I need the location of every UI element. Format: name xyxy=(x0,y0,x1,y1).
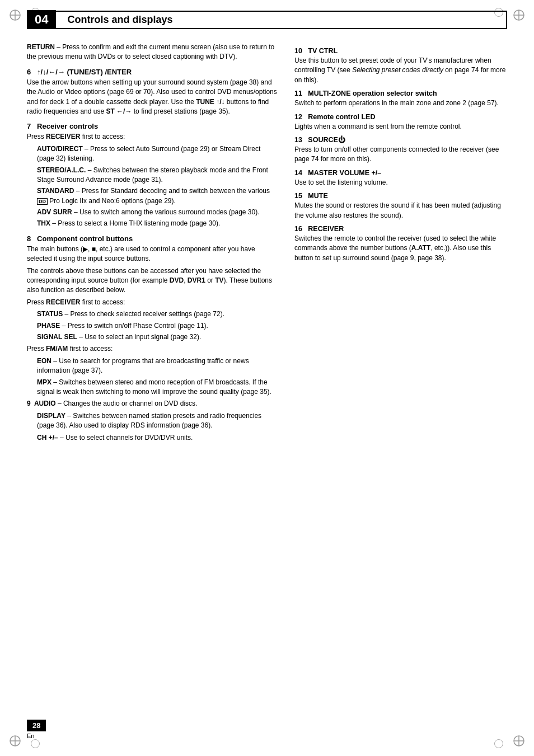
section7-item-advsurr: ADV SURR – Use to switch among the vario… xyxy=(37,208,278,217)
section8-item-status: STATUS – Press to check selected receive… xyxy=(37,309,278,319)
header: 04 Controls and displays xyxy=(0,0,534,29)
reg-dot-br xyxy=(494,739,503,748)
page-container: 04 Controls and displays RETURN – Press … xyxy=(0,0,534,756)
corner-mark-bl xyxy=(7,732,24,749)
section12-heading: 12 Remote control LED xyxy=(294,113,507,121)
right-column: 10 TV CTRL Use this button to set preset… xyxy=(294,43,507,445)
content-area: RETURN – Press to confirm and exit the c… xyxy=(0,36,534,456)
section7-item-stereo: STEREO/A.L.C. – Switches between the ste… xyxy=(37,166,278,185)
chapter-title: Controls and displays xyxy=(56,11,507,29)
return-text: – Press to confirm and exit the current … xyxy=(27,43,274,60)
page-footer: 28 En xyxy=(27,720,46,739)
section14-heading: 14 MASTER VOLUME +/– xyxy=(294,169,507,177)
section6-number: 6 xyxy=(27,68,35,76)
section12-text: Lights when a command is sent from the r… xyxy=(294,122,507,132)
section11-heading: 11 MULTI-ZONE operation selector switch xyxy=(294,90,507,97)
section7-heading: 7 Receiver controls xyxy=(27,122,278,130)
section15-heading: 15 MUTE xyxy=(294,192,507,200)
section8-receiver-items: STATUS – Press to check selected receive… xyxy=(37,309,278,342)
section16-heading: 16 RECEIVER xyxy=(294,225,507,233)
section7-items: AUTO/DIRECT – Press to select Auto Surro… xyxy=(37,144,278,229)
section16-text: Switches the remote to control the recei… xyxy=(294,234,507,263)
page-lang: En xyxy=(27,732,34,739)
section6-symbols: ↑/↓/←/→ (TUNE/ST) /ENTER xyxy=(37,68,132,76)
return-section: RETURN – Press to confirm and exit the c… xyxy=(27,43,278,62)
section6-body: Use the arrow buttons when setting up yo… xyxy=(27,78,278,117)
chapter-number: 04 xyxy=(27,10,56,29)
section8-item-eon: EON – Use to search for programs that ar… xyxy=(37,356,278,376)
left-column: RETURN – Press to confirm and exit the c… xyxy=(27,43,278,445)
section8-heading: 8 Component control buttons xyxy=(27,234,278,243)
section8-item-signalsel: SIGNAL SEL – Use to select an input sign… xyxy=(37,332,278,342)
reg-dot-bl xyxy=(31,739,40,748)
section8-press-receiver: Press RECEIVER first to access: xyxy=(27,298,278,307)
corner-mark-br xyxy=(510,732,527,749)
section15-text: Mutes the sound or restores the sound if… xyxy=(294,201,507,220)
return-label: RETURN xyxy=(27,43,55,51)
section6-heading: 6 ↑/↓/←/→ (TUNE/ST) /ENTER xyxy=(27,68,278,76)
chapter-bar: 04 Controls and displays xyxy=(27,10,507,29)
section13-heading: 13 SOURCE⏻ xyxy=(294,136,507,144)
section8-item-phase: PHASE – Press to switch on/off Phase Con… xyxy=(37,321,278,331)
section7-item-auto: AUTO/DIRECT – Press to select Auto Surro… xyxy=(37,144,278,164)
section13-text: Press to turn on/off other components co… xyxy=(294,145,507,165)
section11-text: Switch to perform operations in the main… xyxy=(294,98,507,108)
section7-item-standard: STANDARD – Press for Standard decoding a… xyxy=(37,186,278,206)
section8-press-fmam: Press FM/AM first to access: xyxy=(27,344,278,354)
section9-ch: CH +/– – Use to select channels for DVD/… xyxy=(37,433,278,443)
section8-para2: The controls above these buttons can be … xyxy=(27,266,278,295)
section9-audio: 9 AUDIO – Changes the audio or channel o… xyxy=(27,399,278,408)
section8-fmam-items: EON – Use to search for programs that ar… xyxy=(37,356,278,397)
section10-heading: 10 TV CTRL xyxy=(294,47,507,55)
page-number: 28 xyxy=(27,720,46,731)
section14-text: Use to set the listening volume. xyxy=(294,178,507,187)
section7-item-thx: THX – Press to select a Home THX listeni… xyxy=(37,219,278,228)
section10-text: Use this button to set preset code of yo… xyxy=(294,56,507,85)
section8-para1: The main buttons (▶, ■, etc.) are used t… xyxy=(27,245,278,264)
section9-display: DISPLAY – Switches between named station… xyxy=(37,411,278,431)
section7-intro: Press RECEIVER first to access: xyxy=(27,132,278,142)
section8-item-mpx: MPX – Switches between stereo and mono r… xyxy=(37,378,278,397)
